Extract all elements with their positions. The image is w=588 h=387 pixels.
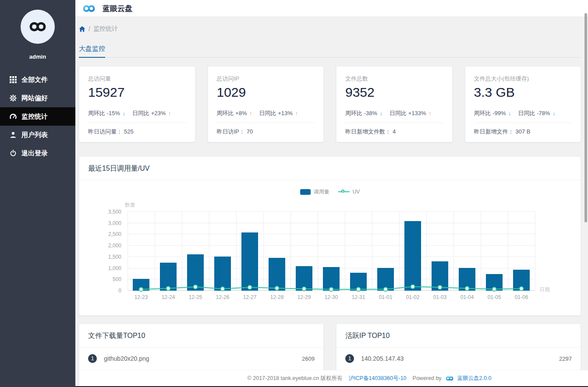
gridline <box>535 212 535 291</box>
x-axis-tick: 01-03 <box>426 294 453 300</box>
legend-label: 调用量 <box>314 188 329 196</box>
y-axis-tick: 2,000 <box>108 243 121 249</box>
stat-deltas: 周环比 -15% ↓日同比 +23% ↑ <box>88 109 186 117</box>
sidebar-menu: 全部文件网站偏好监控统计用户列表退出登录 <box>0 70 75 162</box>
x-axis-tick: 12-28 <box>263 294 290 300</box>
stat-footer: 昨日新增文件数：4 <box>345 128 443 136</box>
stat-deltas: 周环比 -38% ↓日同比 +133% ↑ <box>345 109 443 117</box>
grid-icon <box>9 76 17 84</box>
y-axis-label: 数量 <box>125 201 135 209</box>
x-axis-tick: 01-06 <box>508 294 535 300</box>
footer-brand: Powered by 蓝眼云盘2.0.0 <box>413 375 492 382</box>
top-downloads-list: 1github20x20.png2609 <box>79 348 323 370</box>
stat-footer-label: 昨日访问量： <box>88 128 122 135</box>
app-logo-icon[interactable] <box>80 3 98 14</box>
divider <box>217 123 315 123</box>
stat-value: 9352 <box>345 85 443 100</box>
chart-area: 数量 05001,0001,5002,0002,5003,0003,500 日期… <box>88 202 572 307</box>
stat-value: 1029 <box>217 85 315 100</box>
x-axis-tick: 01-02 <box>399 294 426 300</box>
home-icon[interactable] <box>79 26 85 32</box>
arrow-up-icon: ↑ <box>168 110 171 116</box>
sidebar-item-monitor-statistics[interactable]: 监控统计 <box>0 107 75 126</box>
rank-badge: 1 <box>345 354 354 363</box>
user-icon <box>9 131 17 139</box>
brand-version-link[interactable]: 蓝眼云盘2.0.0 <box>457 375 492 382</box>
top-ips-list: 1140.205.147.432297 <box>337 348 581 370</box>
chart-plot: 日期 12-2312-2412-2512-2612-2712-2812-2912… <box>128 212 535 291</box>
tab-dashboard-monitor[interactable]: 大盘监控 <box>79 45 105 58</box>
stat-footer-label: 昨日访IP： <box>217 128 245 135</box>
sidebar-item-label: 网站偏好 <box>21 94 48 102</box>
y-axis-tick: 3,000 <box>108 220 121 226</box>
stat-footer: 昨日访问量：525 <box>88 128 186 136</box>
legend-item-uv[interactable]: UV <box>338 189 360 195</box>
y-axis-ticks: 05001,0001,5002,0002,5003,0003,500 <box>88 212 124 291</box>
footer-powered-by: Powered by <box>413 375 442 381</box>
y-axis-tick: 3,500 <box>108 209 121 215</box>
scrollbar-thumb[interactable] <box>584 13 587 222</box>
breadcrumb: / 监控统计 <box>79 25 581 33</box>
footer-copyright: © 2017-2018 tank.eyeblue.cn 版权所有 <box>248 375 343 382</box>
stat-card: 文件总大小(包括缓存)3.3 GB周环比 -99% ↓日同比 -78% ↓昨日新… <box>465 66 581 142</box>
x-axis-tick: 01-04 <box>453 294 481 300</box>
stat-delta: 周环比 -99% ↓ <box>474 109 511 117</box>
arrow-down-icon: ↓ <box>553 110 556 116</box>
stat-delta: 日同比 -78% ↓ <box>518 109 556 117</box>
stat-label: 文件总数 <box>345 75 443 83</box>
uv-point <box>357 287 361 291</box>
y-axis-tick: 2,500 <box>108 231 121 237</box>
x-axis-label: 日期 <box>539 286 550 293</box>
stat-card: 总访问量15927周环比 -15% ↓日同比 +23% ↑昨日访问量：525 <box>79 66 195 142</box>
stat-footer-label: 昨日新增文件： <box>474 128 514 135</box>
stat-label: 总访问量 <box>88 75 186 83</box>
x-axis-tick: 01-05 <box>481 294 508 300</box>
y-axis-tick: 1,500 <box>108 254 121 260</box>
sidebar: admin 全部文件网站偏好监控统计用户列表退出登录 <box>0 0 75 387</box>
x-axis-tick: 12-30 <box>318 294 345 300</box>
stat-deltas: 周环比 -99% ↓日同比 -78% ↓ <box>474 109 572 117</box>
uv-point <box>520 287 524 291</box>
avatar-username: admin <box>0 53 75 60</box>
stat-delta: 日同比 +23% ↑ <box>132 109 171 117</box>
uv-point <box>438 285 442 289</box>
list-item: 1github20x20.png2609 <box>79 348 323 370</box>
uv-point <box>275 286 279 290</box>
list-item-value: 2609 <box>302 355 315 362</box>
stat-delta: 日同比 +133% ↑ <box>390 109 432 117</box>
sidebar-item-label: 监控统计 <box>21 113 48 121</box>
uv-point <box>384 287 388 291</box>
legend-item-calls[interactable]: 调用量 <box>300 188 329 196</box>
y-axis-tick: 1,000 <box>108 265 121 271</box>
y-axis-tick: 0 <box>118 288 121 294</box>
rank-badge: 1 <box>88 354 97 363</box>
sidebar-item-logout[interactable]: 退出登录 <box>0 144 75 162</box>
sidebar-item-site-preferences[interactable]: 网站偏好 <box>0 89 75 107</box>
list-item-label: github20x20.png <box>104 355 149 362</box>
list-item-value: 2297 <box>559 355 572 362</box>
icp-link[interactable]: 沪ICP备14038360号-10 <box>349 375 407 382</box>
sidebar-item-user-list[interactable]: 用户列表 <box>0 126 75 144</box>
sidebar-item-label: 退出登录 <box>21 149 48 158</box>
divider <box>88 123 186 123</box>
stat-deltas: 周环比 +8% ↑日同比 +13% ↑ <box>217 109 315 117</box>
topbar: 蓝眼云盘 <box>75 0 588 17</box>
x-axis-tick: 12-26 <box>209 294 236 300</box>
x-axis-tick: 12-31 <box>345 294 372 300</box>
legend-line-swatch <box>338 190 350 194</box>
stat-label: 总访问IP <box>217 75 315 83</box>
sidebar-item-label: 全部文件 <box>21 76 48 84</box>
stat-footer-value: 525 <box>124 128 134 135</box>
avatar[interactable] <box>21 10 55 44</box>
x-axis-tick: 01-01 <box>372 294 399 300</box>
power-icon <box>9 150 17 157</box>
x-axis-tick: 12-25 <box>182 294 209 300</box>
dashboard-icon <box>9 113 17 120</box>
stat-card: 总访问IP1029周环比 +8% ↑日同比 +13% ↑昨日访IP：70 <box>208 66 324 142</box>
stat-label: 文件总大小(包括缓存) <box>474 75 572 83</box>
uv-point <box>139 287 143 291</box>
divider <box>474 123 572 123</box>
sidebar-item-all-files[interactable]: 全部文件 <box>0 70 75 89</box>
stat-delta: 周环比 +8% ↑ <box>217 109 252 117</box>
uv-point <box>302 287 306 291</box>
